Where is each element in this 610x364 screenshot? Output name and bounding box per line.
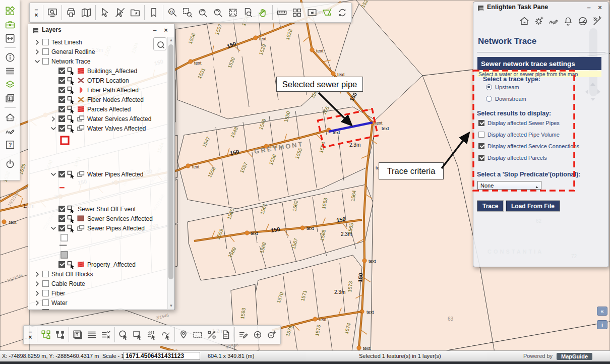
clear-selection-button[interactable] [99, 326, 113, 343]
bookmark-button[interactable] [146, 4, 161, 21]
power-button[interactable] [3, 157, 18, 170]
stop-predicate-select[interactable]: None [477, 181, 541, 190]
chevron-right-icon[interactable] [34, 49, 40, 55]
chevron-right-icon[interactable] [34, 271, 40, 277]
toolbar-close-button[interactable]: × [28, 335, 32, 340]
locate-button[interactable] [176, 326, 191, 343]
layer-checkbox[interactable] [58, 215, 65, 222]
select-layer-icon[interactable] [67, 86, 75, 94]
layer-row[interactable]: Water Services Affected [28, 114, 167, 124]
layer-row[interactable]: OTDR Location [28, 76, 167, 85]
tools-icon-button[interactable] [591, 15, 603, 27]
select-layer-icon[interactable] [67, 115, 75, 123]
mapguide-badge[interactable]: MapGuide [557, 353, 592, 360]
result-option[interactable]: Display affected Parcels [478, 155, 547, 161]
layer-checkbox[interactable] [58, 106, 65, 112]
zoom-extents-button[interactable] [225, 4, 240, 21]
layer-checkbox[interactable] [58, 171, 65, 177]
legend-button[interactable] [3, 64, 18, 78]
layer-checkbox[interactable] [42, 39, 49, 45]
map-book-button[interactable] [79, 4, 94, 21]
layer-row[interactable]: Fiber Nodes Affected [28, 95, 167, 104]
layer-checkbox[interactable] [58, 261, 65, 268]
collapse-panel-button[interactable]: « [597, 307, 607, 316]
layer-checkbox[interactable] [42, 271, 49, 277]
chevron-right-icon[interactable] [34, 281, 40, 287]
layer-checkbox[interactable] [42, 290, 49, 296]
toolbar-close-button[interactable]: × [34, 13, 38, 18]
refresh-button[interactable] [335, 4, 350, 21]
open-project-button[interactable] [128, 4, 143, 21]
layer-row[interactable]: Property_Affected [28, 260, 167, 269]
sketch-button[interactable] [3, 124, 18, 138]
pan-button[interactable] [256, 4, 271, 21]
deselect-pointer-button[interactable] [112, 4, 128, 21]
task-pane-minimize-button[interactable]: – [583, 4, 594, 11]
zoom-previous-button[interactable] [195, 4, 210, 21]
layer-checkbox[interactable] [42, 48, 49, 55]
measure-button[interactable] [274, 4, 289, 21]
layers-minimize-button[interactable]: – [149, 26, 160, 34]
radio-button[interactable] [486, 84, 492, 90]
layer-row[interactable]: Water Pipes Affected [28, 169, 167, 179]
layer-row[interactable]: Fiber Path Affected [28, 85, 167, 95]
layer-row[interactable]: Water Valves Affected [28, 124, 167, 133]
add-coordinate-button[interactable] [251, 326, 265, 343]
select-layer-icon[interactable] [67, 215, 75, 223]
select-extent-button[interactable] [191, 326, 205, 343]
select-radius-button[interactable] [116, 326, 131, 343]
select-grid-button[interactable] [145, 326, 159, 343]
scale-input[interactable] [124, 352, 200, 360]
select-freehand-button[interactable] [159, 326, 173, 343]
layer-row[interactable]: Buildings_Affected [28, 66, 167, 76]
home-button[interactable] [3, 110, 18, 124]
result-option[interactable]: Display affected Sewer Pipes [478, 120, 560, 126]
select-layer-icon[interactable] [67, 77, 75, 85]
layer-row[interactable]: Shut Off Blocks [28, 269, 167, 279]
select-layer-icon[interactable] [67, 125, 75, 133]
add-layer-button[interactable] [3, 91, 18, 105]
overview-map-button[interactable] [304, 4, 320, 21]
chevron-down-icon[interactable] [50, 171, 56, 177]
layer-row[interactable]: Network Trace [28, 56, 167, 66]
info-mini-button[interactable]: i [597, 320, 607, 329]
layer-row[interactable]: Fiber [28, 288, 167, 298]
layer-checkbox[interactable] [58, 68, 65, 74]
settings-icon-button[interactable] [533, 15, 545, 27]
notifications-icon-button[interactable] [562, 15, 574, 27]
layer-row[interactable]: Water [28, 298, 167, 308]
select-layer-icon[interactable] [67, 67, 75, 75]
layer-checkbox[interactable] [58, 87, 65, 93]
layer-row[interactable]: Sewer Services Affected [28, 214, 167, 223]
load-from-file-button[interactable]: Load From File [506, 201, 560, 211]
zoom-window-button[interactable] [180, 4, 195, 21]
layer-checkbox[interactable] [58, 206, 65, 212]
layers-search-button[interactable] [153, 37, 166, 50]
scheme-dark-button[interactable] [53, 326, 67, 343]
chevron-right-icon[interactable] [34, 290, 40, 296]
sketch-icon-button[interactable] [547, 15, 560, 27]
layer-checkbox[interactable] [58, 115, 65, 122]
toolbox-button[interactable] [3, 18, 18, 31]
layer-row[interactable]: Sewer Pipes Affected [28, 223, 167, 233]
select-pointer-button[interactable] [97, 4, 112, 21]
scrollbar-thumb[interactable] [168, 44, 173, 279]
layer-checkbox[interactable] [42, 309, 49, 310]
filter-layers-button[interactable] [71, 326, 85, 343]
chevron-down-icon[interactable] [50, 225, 56, 231]
feature-info-button[interactable] [219, 326, 233, 343]
radio-button[interactable] [486, 96, 492, 102]
print-button[interactable] [64, 4, 79, 21]
layer-checkbox[interactable] [42, 299, 49, 306]
layer-row[interactable]: Parcels Affected [28, 104, 167, 114]
redline-button[interactable] [320, 4, 335, 21]
quick-plot-button[interactable] [45, 4, 60, 21]
chevron-right-icon[interactable] [34, 300, 40, 306]
layer-row[interactable]: Cable Route [28, 279, 167, 288]
scheme-green-button[interactable] [39, 326, 53, 343]
info-button[interactable] [3, 50, 18, 64]
home-icon-button[interactable] [518, 15, 530, 27]
chevron-down-icon[interactable] [50, 126, 56, 132]
chevron-right-icon[interactable] [34, 39, 40, 45]
dashboard-icon-button[interactable] [577, 15, 589, 27]
